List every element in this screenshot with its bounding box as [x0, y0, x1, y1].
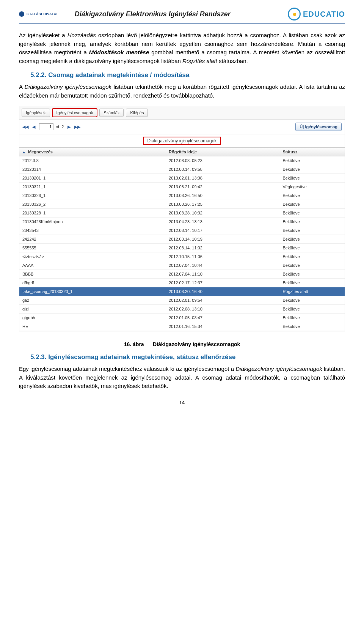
- cell: gtgubh: [19, 314, 166, 322]
- table-row[interactable]: 2012.3.82012.03.08. 05:23Beküldve: [19, 156, 345, 165]
- text: státuszban.: [217, 58, 248, 64]
- cell: Beküldve: [279, 156, 345, 165]
- table-row[interactable]: 23435432012.03.14. 10:17Beküldve: [19, 226, 345, 235]
- table-row[interactable]: <i>teszt</i>2012.10.15. 11:06Beküldve: [19, 252, 345, 261]
- dot-icon: [19, 11, 24, 17]
- cell: 2012.02.08. 13:10: [166, 305, 279, 313]
- table-row[interactable]: gtgubh2012.01.05. 08:47Beküldve: [19, 314, 345, 322]
- paragraph-2: A Diákigazolvány igényléscsomagok listáb…: [19, 83, 345, 100]
- tab-számlák[interactable]: Számlák: [99, 109, 124, 117]
- table-row[interactable]: fake_csomag_20130320_12013.03.20. 16:40R…: [19, 287, 345, 296]
- cell: 2012.03.14. 11:02: [166, 244, 279, 252]
- cell: Beküldve: [279, 200, 345, 208]
- text: A: [19, 84, 25, 90]
- tab-igénylési-csomagok[interactable]: Igénylési csomagok: [52, 109, 97, 117]
- section-heading-522: 5.2.2. Csomag adatainak megtekintése / m…: [30, 71, 345, 79]
- page-number: 14: [19, 400, 345, 405]
- app-screenshot: IgénylésekIgénylési csomagokSzámlákKilép…: [19, 106, 345, 331]
- cell: HE: [19, 322, 166, 331]
- cell: 2013.04.23. 13:13: [166, 217, 279, 226]
- table-row[interactable]: 20130201_12013.02.01. 13:38Beküldve: [19, 174, 345, 183]
- cell: 2012.3.8: [19, 156, 166, 165]
- tabs-row: IgénylésekIgénylési csomagokSzámlákKilép…: [19, 106, 345, 120]
- cell: Beküldve: [279, 217, 345, 226]
- table-row[interactable]: 5555552012.03.14. 11:02Beküldve: [19, 244, 345, 252]
- table-row[interactable]: gáz2012.02.01. 09:54Beküldve: [19, 296, 345, 305]
- educatio-mark-icon: [288, 8, 301, 20]
- cell: Beküldve: [279, 322, 345, 331]
- cell: 2012.02.01. 09:54: [166, 296, 279, 304]
- pager-of-label: of: [56, 125, 59, 129]
- cell: Véglegesítve: [279, 183, 345, 191]
- new-package-button[interactable]: Új igényléscsomag: [295, 123, 342, 131]
- table-row[interactable]: BBBB2012.07.04. 11:10Beküldve: [19, 270, 345, 279]
- hivatal-label: KTATÁSI HIVATAL: [27, 12, 59, 16]
- table-row[interactable]: 20130326_22013.03.26. 17:25Beküldve: [19, 200, 345, 209]
- text: Az igényléseket a: [19, 32, 67, 38]
- educatio-logo: EDUCATIO: [288, 8, 345, 20]
- table-row[interactable]: 201203142012.03.14. 09:58Beküldve: [19, 165, 345, 174]
- cell: Beküldve: [279, 235, 345, 243]
- table-header: Megnevezés Rögzítés ideje Státusz: [19, 147, 345, 156]
- table-row[interactable]: HE2012.01.16. 15:34Beküldve: [19, 322, 345, 331]
- column-header-date[interactable]: Rögzítés ideje: [166, 148, 279, 156]
- cell: 2012.03.14. 10:19: [166, 235, 279, 243]
- cell: Beküldve: [279, 174, 345, 182]
- caption-number: 16. ábra: [124, 341, 144, 347]
- cell: Beküldve: [279, 296, 345, 304]
- table-row[interactable]: 20130326_12013.03.26. 16:50Beküldve: [19, 191, 345, 200]
- educatio-label: EDUCATIO: [303, 10, 345, 19]
- cell: 2013.03.26. 16:50: [166, 191, 279, 200]
- table-row[interactable]: AAAA2012.07.04. 10:44Beküldve: [19, 261, 345, 270]
- pager-last-icon[interactable]: ▶▶: [74, 124, 80, 130]
- text-italic: Rögzítés alatt: [182, 58, 217, 64]
- cell: Beküldve: [279, 165, 345, 173]
- paragraph-1: Az igényléseket a Hozzáadás oszlopban lé…: [19, 31, 345, 65]
- table-row[interactable]: dfhgdf2012.02.17. 12:37Beküldve: [19, 279, 345, 287]
- pager-first-icon[interactable]: ◀◀: [22, 124, 28, 130]
- pager-page-input[interactable]: [39, 123, 53, 130]
- pager-next-icon[interactable]: ▶: [66, 124, 72, 130]
- figure-caption: 16. ábra Diákigazolvány igényléscsomagok: [19, 341, 345, 347]
- cell: 2013.03.28. 10:32: [166, 209, 279, 217]
- text-italic: Diákigazolvány igényléscsomagok: [235, 366, 322, 372]
- column-header-status[interactable]: Státusz: [279, 148, 345, 156]
- cell: Beküldve: [279, 209, 345, 217]
- cell: 2012.07.04. 11:10: [166, 270, 279, 278]
- table-row[interactable]: 20130321_12013.03.21. 09:42Véglegesítve: [19, 183, 345, 191]
- tab-kilépés[interactable]: Kilépés: [126, 109, 148, 117]
- sort-asc-icon: [22, 151, 25, 153]
- cell: gáz: [19, 296, 166, 304]
- table-row[interactable]: 20130328_12013.03.28. 10:32Beküldve: [19, 209, 345, 217]
- cell: 2012.10.15. 11:06: [166, 252, 279, 261]
- cell: 20130423KimMinjoon: [19, 217, 166, 226]
- pager-prev-icon[interactable]: ◀: [31, 124, 37, 130]
- cell: Beküldve: [279, 191, 345, 200]
- section-heading-523: 5.2.3. Igényléscsomag adatainak megtekin…: [30, 353, 345, 361]
- page-header: KTATÁSI HIVATAL Diákigazolvány Elektroni…: [19, 8, 345, 24]
- cell: 2012.03.14. 09:58: [166, 165, 279, 173]
- table-row[interactable]: gizi2012.02.08. 13:10Beküldve: [19, 305, 345, 314]
- pager: ◀◀ ◀ of 2 ▶ ▶▶: [22, 123, 80, 130]
- cell: 2012.07.04. 10:44: [166, 261, 279, 270]
- cell: Beküldve: [279, 261, 345, 270]
- oktatasi-hivatal-logo: KTATÁSI HIVATAL: [19, 11, 59, 17]
- cell: 2012.02.17. 12:37: [166, 279, 279, 287]
- cell: 20130201_1: [19, 174, 166, 182]
- cell: Beküldve: [279, 252, 345, 261]
- cell: 2012.03.14. 10:17: [166, 226, 279, 235]
- cell: 2013.03.21. 09:42: [166, 183, 279, 191]
- cell: 2013.02.01. 13:38: [166, 174, 279, 182]
- cell: 2012.03.08. 05:23: [166, 156, 279, 165]
- cell: 2012.01.05. 08:47: [166, 314, 279, 322]
- tab-igénylések[interactable]: Igénylések: [22, 109, 50, 117]
- text-italic: Hozzáadás: [67, 32, 96, 38]
- cell: Beküldve: [279, 226, 345, 235]
- table-row[interactable]: 2422422012.03.14. 10:19Beküldve: [19, 235, 345, 244]
- paragraph-3: Egy igényléscsomag adatainak megtekintés…: [19, 365, 345, 391]
- col-label: Megnevezés: [28, 150, 53, 154]
- cell: 20130326_2: [19, 200, 166, 208]
- cell: Beküldve: [279, 244, 345, 252]
- table-row[interactable]: 20130423KimMinjoon2013.04.23. 13:13Bekül…: [19, 217, 345, 226]
- column-header-name[interactable]: Megnevezés: [19, 148, 166, 156]
